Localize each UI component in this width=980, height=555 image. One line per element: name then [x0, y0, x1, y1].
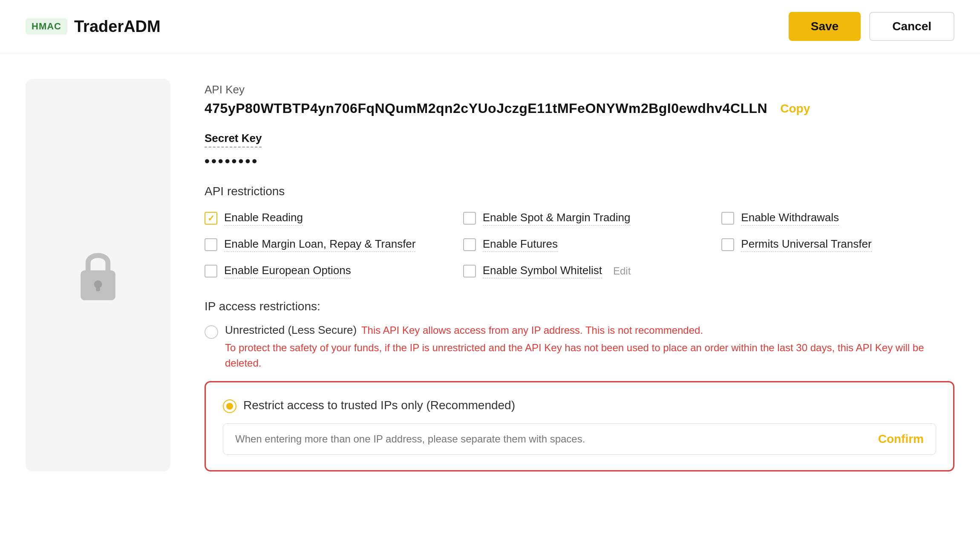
secret-key-label: Secret Key: [205, 132, 262, 147]
cancel-button[interactable]: Cancel: [869, 12, 954, 41]
unrestricted-warning-block: To protect the safety of your funds, if …: [225, 340, 954, 371]
restriction-item-enable-european-options: Enable European Options: [205, 264, 438, 278]
restriction-label-enable-margin-loan: Enable Margin Loan, Repay & Transfer: [224, 237, 415, 252]
ip-restrictions-title: IP access restrictions:: [205, 300, 954, 313]
ip-input-row: Confirm: [223, 423, 936, 455]
trusted-ip-radio[interactable]: [223, 399, 236, 413]
restrictions-grid: Enable ReadingEnable Spot & Margin Tradi…: [205, 211, 954, 278]
restriction-label-enable-european-options: Enable European Options: [224, 264, 351, 278]
api-key-label: API Key: [205, 83, 954, 96]
unrestricted-labels: Unrestricted (Less Secure) This API Key …: [225, 324, 954, 337]
secret-key-value: ••••••••: [205, 153, 954, 169]
lock-icon: [72, 246, 124, 305]
restriction-label-enable-reading: Enable Reading: [224, 211, 303, 225]
main-content: API Key 475yP80WTBTP4yn706FqNQumM2qn2cYU…: [0, 53, 980, 497]
hmac-badge: HMAC: [26, 18, 67, 35]
api-key-row: 475yP80WTBTP4yn706FqNQumM2qn2cYUoJczgE11…: [205, 101, 954, 116]
restriction-label-enable-futures: Enable Futures: [483, 237, 558, 252]
svg-rect-2: [96, 284, 100, 291]
restriction-item-enable-reading: Enable Reading: [205, 211, 438, 225]
checkbox-enable-symbol-whitelist[interactable]: [463, 265, 476, 278]
header-actions: Save Cancel: [789, 12, 954, 41]
restriction-item-enable-spot-margin: Enable Spot & Margin Trading: [463, 211, 696, 225]
lock-icon-box: [26, 79, 170, 471]
unrestricted-text-block: Unrestricted (Less Secure) This API Key …: [225, 324, 954, 371]
unrestricted-radio[interactable]: [205, 325, 218, 339]
checkbox-enable-reading[interactable]: [205, 212, 217, 225]
restrictions-title: API restrictions: [205, 185, 954, 198]
edit-whitelist-link[interactable]: Edit: [613, 265, 631, 277]
unrestricted-label: Unrestricted (Less Secure): [225, 324, 357, 336]
header: HMAC TraderADM Save Cancel: [0, 0, 980, 53]
checkbox-enable-withdrawals[interactable]: [721, 212, 734, 225]
content-area: API Key 475yP80WTBTP4yn706FqNQumM2qn2cYU…: [205, 79, 954, 471]
unrestricted-warning-inline: This API Key allows access from any IP a…: [359, 324, 703, 336]
unrestricted-option: Unrestricted (Less Secure) This API Key …: [205, 324, 954, 371]
restriction-item-enable-futures: Enable Futures: [463, 237, 696, 252]
checkbox-permits-universal-transfer[interactable]: [721, 238, 734, 251]
checkbox-enable-futures[interactable]: [463, 238, 476, 251]
trusted-ip-label: Restrict access to trusted IPs only (Rec…: [243, 399, 515, 412]
ip-address-input[interactable]: [235, 433, 870, 445]
restriction-label-enable-spot-margin: Enable Spot & Margin Trading: [483, 211, 631, 225]
restriction-item-enable-withdrawals: Enable Withdrawals: [721, 211, 954, 225]
save-button[interactable]: Save: [789, 12, 861, 41]
secret-key-section: Secret Key ••••••••: [205, 132, 954, 169]
api-key-value: 475yP80WTBTP4yn706FqNQumM2qn2cYUoJczgE11…: [205, 101, 767, 116]
restriction-item-permits-universal-transfer: Permits Universal Transfer: [721, 237, 954, 252]
copy-button[interactable]: Copy: [780, 102, 810, 116]
app-title: TraderADM: [74, 17, 161, 36]
trusted-ip-box: Restrict access to trusted IPs only (Rec…: [205, 381, 954, 471]
restriction-label-permits-universal-transfer: Permits Universal Transfer: [741, 237, 871, 252]
restriction-item-enable-symbol-whitelist: Enable Symbol WhitelistEdit: [463, 264, 696, 278]
restriction-item-enable-margin-loan: Enable Margin Loan, Repay & Transfer: [205, 237, 438, 252]
checkbox-enable-spot-margin[interactable]: [463, 212, 476, 225]
checkbox-enable-european-options[interactable]: [205, 265, 217, 278]
trusted-ip-label-row: Restrict access to trusted IPs only (Rec…: [223, 398, 936, 413]
confirm-button[interactable]: Confirm: [878, 432, 924, 446]
restriction-label-enable-symbol-whitelist: Enable Symbol Whitelist: [483, 264, 602, 278]
checkbox-enable-margin-loan[interactable]: [205, 238, 217, 251]
header-left: HMAC TraderADM: [26, 17, 161, 36]
restriction-label-enable-withdrawals: Enable Withdrawals: [741, 211, 839, 225]
